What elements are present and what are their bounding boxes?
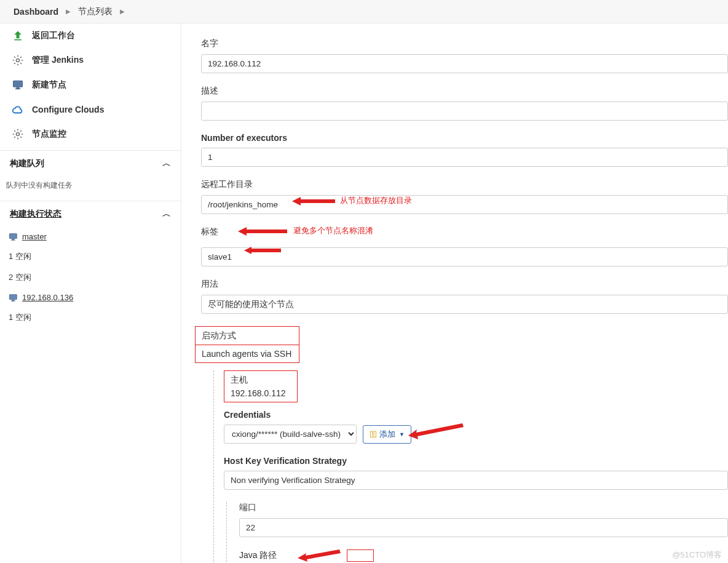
add-button-label: 添加 xyxy=(379,429,395,440)
breadcrumb-dashboard[interactable]: Dashboard xyxy=(10,7,62,17)
annotation-arrow-icon xyxy=(244,245,281,256)
remote-dir-annotation: 从节点数据存放目录 xyxy=(340,195,412,206)
description-label: 描述 xyxy=(201,86,728,97)
nav-new-node[interactable]: 新建节点 xyxy=(0,73,181,97)
exec-host-master[interactable]: master xyxy=(0,227,181,246)
executors-input[interactable] xyxy=(201,148,728,167)
svg-rect-8 xyxy=(11,239,15,240)
usage-label: 用法 xyxy=(201,279,728,290)
nav-manage-label: 管理 Jenkins xyxy=(32,55,84,66)
name-input[interactable] xyxy=(201,54,728,73)
port-label: 端口 xyxy=(239,502,728,513)
exec-section-header[interactable]: 构建执行状态 ︿ xyxy=(0,201,181,227)
host-label: 主机 xyxy=(231,375,291,386)
chevron-up-icon: ︿ xyxy=(162,209,171,220)
remote-dir-input[interactable] xyxy=(201,195,728,214)
annotation-arrow-icon xyxy=(298,549,341,562)
main-form: 名字 描述 Number of executors 远程工作目录 从节点数据存放… xyxy=(181,23,728,563)
hostkey-select[interactable] xyxy=(224,471,728,490)
caret-down-icon: ▼ xyxy=(399,431,405,437)
exec-title: 构建执行状态 xyxy=(10,209,61,220)
breadcrumb-sep-icon: ▶ xyxy=(116,8,129,15)
svg-rect-4 xyxy=(15,89,20,89)
nav-configure-clouds[interactable]: Configure Clouds xyxy=(0,97,181,122)
key-icon: ⚿ xyxy=(370,430,377,439)
breadcrumb-nodes[interactable]: 节点列表 xyxy=(74,6,116,17)
nav-back[interactable]: 返回工作台 xyxy=(0,23,181,48)
java-path-label: Java 路径 xyxy=(239,550,277,561)
empty-annotation-box xyxy=(347,549,374,562)
tag-annotation: 避免多个节点名称混淆 xyxy=(293,225,373,236)
breadcrumb: Dashboard ▶ 节点列表 ▶ xyxy=(0,0,728,23)
remote-dir-label: 远程工作目录 xyxy=(201,179,728,190)
svg-point-1 xyxy=(17,59,20,62)
queue-section-header[interactable]: 构建队列 ︿ xyxy=(0,151,181,177)
name-label: 名字 xyxy=(201,38,728,49)
tag-label: 标签 xyxy=(201,226,218,238)
exec-host-node2[interactable]: 192.168.0.136 xyxy=(0,288,181,307)
usage-select[interactable] xyxy=(201,295,728,314)
sidebar: 返回工作台 管理 Jenkins 新建节点 Configure Clouds 节 xyxy=(0,23,181,563)
credentials-label: Credentials xyxy=(224,410,728,420)
launch-method-value[interactable]: Launch agents via SSH xyxy=(202,349,291,359)
cloud-icon xyxy=(11,103,25,116)
launch-method-label: 启动方式 xyxy=(202,330,293,341)
svg-rect-9 xyxy=(9,294,17,299)
exec-slot-3: 1 空闲 xyxy=(0,307,181,328)
hostkey-label: Host Key Verification Strategy xyxy=(224,456,728,466)
exec-master-link[interactable]: master xyxy=(22,232,47,241)
host-value[interactable]: 192.168.0.112 xyxy=(231,388,286,398)
queue-title: 构建队列 xyxy=(10,158,44,169)
nav-back-label: 返回工作台 xyxy=(32,30,75,41)
chevron-up-icon: ︿ xyxy=(162,158,171,169)
executors-label: Number of executors xyxy=(201,133,728,143)
nav-manage[interactable]: 管理 Jenkins xyxy=(0,48,181,73)
description-input[interactable] xyxy=(201,102,728,121)
svg-marker-13 xyxy=(238,227,287,236)
credentials-select[interactable]: cxiong/****** (build-salve-ssh) xyxy=(224,425,357,444)
computer-icon xyxy=(9,233,18,241)
svg-marker-16 xyxy=(298,549,341,562)
svg-rect-3 xyxy=(17,87,20,89)
svg-rect-6 xyxy=(9,233,17,238)
add-credentials-button[interactable]: ⚿ 添加 ▼ xyxy=(363,425,411,444)
nav-node-monitor[interactable]: 节点监控 xyxy=(0,122,181,146)
gear-icon xyxy=(11,54,25,66)
svg-rect-11 xyxy=(11,300,15,301)
svg-rect-0 xyxy=(14,39,22,41)
exec-node2-link[interactable]: 192.168.0.136 xyxy=(22,293,73,302)
svg-marker-14 xyxy=(244,247,281,254)
gear-icon xyxy=(11,128,25,140)
svg-rect-7 xyxy=(12,239,14,239)
svg-rect-2 xyxy=(14,81,23,87)
computer-icon xyxy=(9,293,18,302)
upload-icon xyxy=(11,30,25,42)
computer-icon xyxy=(11,79,25,91)
annotation-arrow-icon xyxy=(292,195,335,207)
exec-slot-1: 1 空闲 xyxy=(0,246,181,267)
svg-point-5 xyxy=(17,133,20,136)
port-input[interactable] xyxy=(239,518,728,537)
annotation-arrow-icon xyxy=(238,225,287,238)
nav-new-node-label: 新建节点 xyxy=(32,79,66,90)
breadcrumb-sep-icon: ▶ xyxy=(62,8,74,15)
annotation-arrow-icon xyxy=(408,422,464,441)
svg-marker-15 xyxy=(408,423,464,439)
svg-rect-10 xyxy=(12,300,14,300)
nav-configure-clouds-label: Configure Clouds xyxy=(32,105,104,114)
nav-node-monitor-label: 节点监控 xyxy=(32,129,66,140)
exec-slot-2: 2 空闲 xyxy=(0,267,181,288)
queue-empty-text: 队列中没有构建任务 xyxy=(0,177,181,201)
svg-marker-12 xyxy=(292,197,335,206)
